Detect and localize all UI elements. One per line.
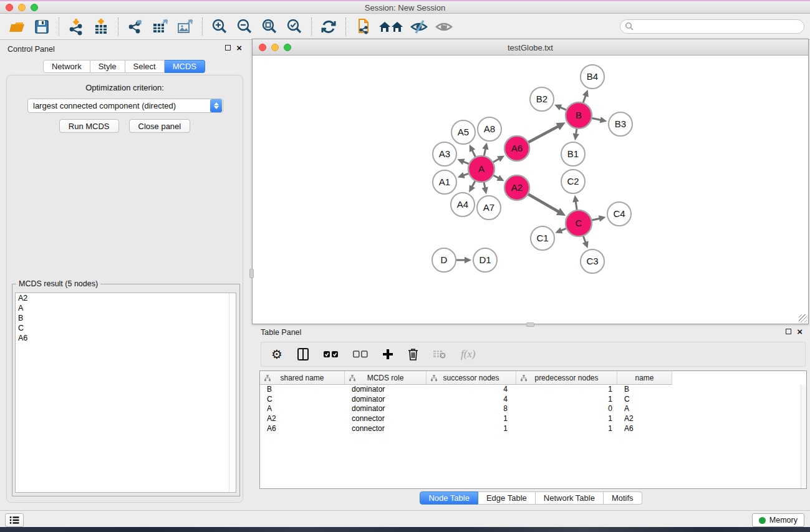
edge-A-A5[interactable] (473, 151, 476, 157)
delete-table-icon[interactable] (433, 346, 446, 362)
cell-shared-name[interactable]: A6 (260, 424, 345, 434)
cell-predecessor-nodes[interactable]: 0 (516, 404, 617, 414)
node-table[interactable]: shared nameMCDS rolesuccessor nodesprede… (259, 370, 807, 489)
network-canvas[interactable]: ABCA2A6A1A3A4A5A7A8B1B2B3B4C1C2C3C4DD1 (253, 56, 808, 324)
column-header-predecessor-nodes[interactable]: predecessor nodes (516, 371, 617, 385)
float-panel-icon[interactable] (786, 329, 791, 334)
function-builder-icon[interactable]: f(x) (461, 346, 476, 362)
edge-A-A3[interactable] (464, 162, 469, 163)
edge-C-C2[interactable] (576, 202, 577, 210)
edge-C-C4[interactable] (592, 218, 599, 220)
tab-network-table[interactable]: Network Table (536, 491, 604, 505)
import-network-icon[interactable] (67, 17, 85, 36)
export-network-icon[interactable] (126, 17, 145, 36)
criterion-dropdown[interactable]: largest connected component (directed) (27, 99, 223, 113)
table-row[interactable]: A6connector11A6 (260, 424, 806, 434)
edge-A-A6[interactable] (493, 159, 499, 162)
column-settings-gear-icon[interactable]: ⚙ (271, 346, 282, 362)
resize-grip-icon[interactable] (799, 314, 807, 322)
home-icon[interactable] (378, 17, 403, 36)
edge-C-C3[interactable] (583, 236, 585, 242)
result-list-item[interactable]: A2 (16, 293, 236, 303)
column-header-name[interactable]: name (617, 371, 672, 385)
network-graph[interactable]: ABCA2A6A1A3A4A5A7A8B1B2B3B4C1C2C3C4DD1 (253, 56, 808, 324)
add-column-icon[interactable] (382, 346, 393, 362)
cell-name[interactable]: A (617, 404, 672, 414)
table-row[interactable]: Bdominator41B (260, 385, 806, 395)
new-network-from-selection-icon[interactable] (354, 17, 372, 36)
table-row[interactable]: Adominator80A (260, 404, 806, 414)
cell-MCDS-role[interactable]: connector (345, 424, 427, 434)
cell-name[interactable]: C (617, 395, 672, 405)
memory-button[interactable]: Memory (752, 513, 804, 527)
edge-A-A2[interactable] (493, 175, 498, 178)
cell-shared-name[interactable]: A2 (260, 414, 345, 424)
export-image-icon[interactable] (176, 17, 195, 36)
cell-name[interactable]: A2 (617, 414, 672, 424)
show-graphics-details-icon[interactable] (435, 17, 453, 36)
result-list-item[interactable]: A6 (16, 333, 236, 343)
cell-predecessor-nodes[interactable]: 1 (516, 414, 617, 424)
float-panel-icon[interactable] (225, 45, 231, 51)
cell-MCDS-role[interactable]: dominator (345, 385, 427, 395)
tab-select[interactable]: Select (125, 60, 165, 73)
tab-mcds[interactable]: MCDS (165, 60, 205, 73)
cell-successor-nodes[interactable]: 4 (427, 395, 516, 405)
close-panel-button[interactable]: Close panel (129, 119, 191, 133)
table-row[interactable]: Cdominator41C (260, 395, 806, 405)
close-panel-icon[interactable]: × (797, 329, 803, 334)
result-list-item[interactable]: A (16, 303, 236, 313)
cell-shared-name[interactable]: B (260, 385, 345, 395)
cell-shared-name[interactable]: C (260, 395, 345, 405)
tab-node-table[interactable]: Node Table (420, 491, 478, 505)
import-table-icon[interactable] (92, 17, 110, 36)
cell-predecessor-nodes[interactable]: 1 (516, 395, 617, 405)
cell-shared-name[interactable]: A (260, 404, 345, 414)
tab-edge-table[interactable]: Edge Table (478, 491, 536, 505)
cell-MCDS-role[interactable]: dominator (345, 404, 427, 414)
edge-A2-C[interactable] (528, 194, 558, 211)
edge-A6-B[interactable] (529, 127, 558, 142)
save-session-icon[interactable] (32, 17, 51, 36)
run-mcds-button[interactable]: Run MCDS (59, 119, 119, 133)
result-scrollbar[interactable] (229, 293, 236, 492)
delete-column-icon[interactable] (408, 346, 418, 362)
network-window-titlebar[interactable]: testGlobe.txt (253, 39, 808, 56)
edge-A-A4[interactable] (472, 181, 475, 186)
result-list-item[interactable]: B (16, 313, 236, 323)
edge-B-B4[interactable] (583, 96, 586, 102)
mcds-result-list[interactable]: A2ABCA6 (15, 293, 236, 493)
edge-A-A7[interactable] (484, 183, 485, 188)
tab-style[interactable]: Style (90, 60, 125, 73)
table-row[interactable]: A2connector11A2 (260, 414, 806, 424)
edge-B-B3[interactable] (592, 118, 600, 120)
select-all-checkboxes-icon[interactable] (324, 346, 339, 362)
cell-predecessor-nodes[interactable]: 1 (516, 424, 617, 434)
refresh-icon[interactable] (319, 17, 338, 36)
edge-A-A1[interactable] (464, 173, 468, 175)
cell-MCDS-role[interactable]: dominator (345, 395, 427, 405)
hide-graphics-details-icon[interactable] (410, 17, 428, 36)
edge-B-B2[interactable] (561, 107, 566, 110)
open-session-icon[interactable] (7, 17, 26, 36)
deselect-all-checkboxes-icon[interactable] (353, 346, 368, 362)
tab-network[interactable]: Network (43, 60, 90, 73)
column-header-shared-name[interactable]: shared name (260, 371, 345, 385)
cell-successor-nodes[interactable]: 1 (427, 414, 516, 424)
vertical-scroll-thumb[interactable] (249, 269, 254, 278)
cell-successor-nodes[interactable]: 1 (427, 424, 516, 434)
column-header-MCDS-role[interactable]: MCDS role (345, 371, 427, 385)
cell-name[interactable]: A6 (617, 424, 672, 434)
cell-name[interactable]: B (617, 385, 672, 395)
zoom-selected-icon[interactable] (285, 17, 304, 36)
column-header-successor-nodes[interactable]: successor nodes (427, 371, 516, 385)
cell-successor-nodes[interactable]: 4 (427, 385, 516, 395)
zoom-fit-icon[interactable] (260, 17, 279, 36)
task-history-button[interactable] (5, 513, 24, 527)
edge-C-C1[interactable] (561, 228, 566, 230)
show-column-icon[interactable] (297, 346, 309, 362)
table-scrollbar[interactable] (801, 385, 806, 488)
zoom-out-icon[interactable] (235, 17, 254, 36)
zoom-in-icon[interactable] (210, 17, 229, 36)
search-input[interactable] (620, 19, 804, 34)
